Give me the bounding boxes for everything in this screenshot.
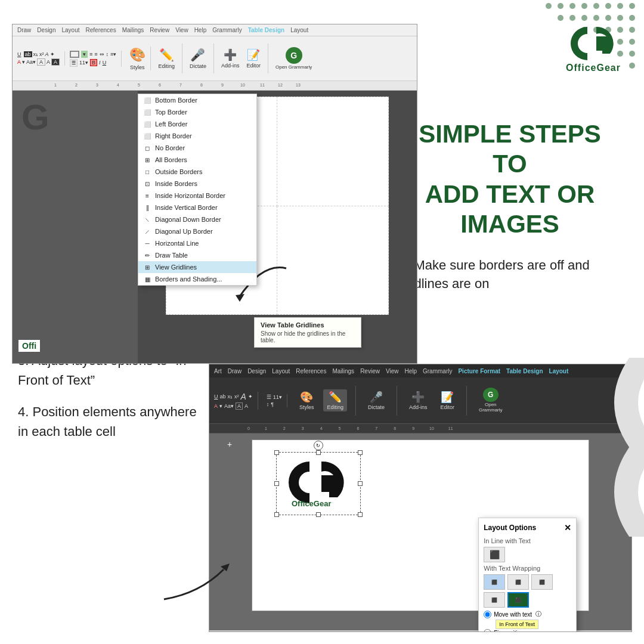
dropdown-bottom-border[interactable]: ⬜ Bottom Border (138, 94, 256, 106)
ruler-top: 1 2 3 4 5 6 7 8 9 10 11 12 13 (13, 81, 417, 91)
fix-position-row: Fix position on page (484, 629, 571, 632)
dark-tab-art[interactable]: Art (214, 368, 222, 374)
dropdown-left-border[interactable]: ⬜ Left Border (138, 118, 256, 130)
svg-point-4 (581, 3, 587, 9)
editing-button[interactable]: ✏️ Editing (158, 48, 175, 69)
dark-toolbar: U ab x₁ x² A ✦ A ▾ Aa▾ A A ☰ 11▾ ↕ (209, 377, 631, 424)
tab-table-design[interactable]: Table Design (248, 27, 285, 33)
open-grammarly-button[interactable]: G Open Grammarly (275, 47, 312, 70)
tab-layout[interactable]: Layout (61, 27, 79, 33)
dictate-button[interactable]: 🎤 Dictate (190, 48, 206, 69)
dark-tab-grammarly[interactable]: Grammarly (423, 368, 452, 374)
inside-borders-icon: ⊡ (143, 179, 151, 188)
diagonal-down-icon: ⟍ (143, 215, 151, 224)
dark-tab-mailings[interactable]: Mailings (332, 368, 354, 374)
dark-tab-picture-format[interactable]: Picture Format (458, 368, 500, 374)
tab-help[interactable]: Help (194, 27, 207, 33)
dark-tab-references[interactable]: References (296, 368, 326, 374)
wrapping-options-row-1: ⬛ ⬛ ⬛ (484, 574, 571, 590)
dropdown-inside-horizontal[interactable]: ≡ Inside Horizontal Border (138, 190, 256, 202)
main-title-area: SIMPLE STEPS TO ADD TEXT OR IMAGES (405, 119, 614, 240)
move-with-text-row: Move with text ⓘ (484, 610, 571, 618)
styles-button[interactable]: 🎨 Styles (129, 47, 151, 70)
dropdown-no-border[interactable]: ◻ No Border (138, 142, 256, 154)
svg-point-1 (617, 3, 623, 9)
dark-styles-button[interactable]: 🎨 Styles (296, 389, 318, 411)
logo-header: OfficeGear (561, 18, 626, 73)
svg-rect-28 (321, 484, 338, 492)
dark-dictate-button[interactable]: 🎤 Dictate (364, 389, 388, 411)
info-icon: ⓘ (535, 610, 541, 618)
dark-editing-button[interactable]: ✏️ Editing (323, 389, 347, 411)
borders-shading-icon: ▦ (143, 275, 151, 283)
view-gridlines-icon: ⊞ (143, 263, 151, 271)
editor-button[interactable]: 📝 Editor (246, 48, 261, 69)
dropdown-outside-borders[interactable]: □ Outside Borders (138, 166, 256, 178)
layout-panel-close[interactable]: ✕ (564, 523, 571, 532)
dark-tab-layout[interactable]: Layout (272, 368, 290, 374)
in-front-of-text-badge: In Front of Text (496, 620, 538, 629)
dark-tab-layout2[interactable]: Layout (549, 368, 569, 374)
tab-design[interactable]: Design (37, 27, 55, 33)
svg-point-25 (629, 63, 635, 69)
arrow-2 (152, 552, 236, 611)
borders-dropdown-menu: ⬜ Bottom Border ⬜ Top Border ⬜ Left Bord… (138, 94, 257, 286)
with-text-wrapping-label: With Text Wrapping (484, 565, 571, 572)
main-title: SIMPLE STEPS TO ADD TEXT OR IMAGES (405, 119, 614, 240)
selected-logo-container[interactable]: ↻ OfficeGear (276, 452, 361, 515)
wrap-opt-1[interactable]: ⬛ (484, 574, 505, 590)
dropdown-top-border[interactable]: ⬜ Top Border (138, 106, 256, 118)
tab-references[interactable]: References (86, 27, 116, 33)
dark-grammarly-icon: G (483, 388, 499, 402)
svg-point-3 (593, 3, 599, 9)
dark-tab-design[interactable]: Design (247, 368, 266, 374)
move-with-text-radio[interactable] (484, 611, 491, 618)
dropdown-all-borders[interactable]: ⊞ All Borders (138, 154, 256, 166)
dark-editor-button[interactable]: 📝 Editor (436, 389, 458, 411)
layout-options-panel: Layout Options ✕ In Line with Text ⬛ Wit… (478, 518, 577, 632)
dropdown-right-border[interactable]: ⬜ Right Border (138, 130, 256, 142)
svg-point-0 (629, 3, 635, 9)
addins-button[interactable]: ➕ Add-ins (221, 48, 240, 69)
dropdown-inside-vertical[interactable]: ‖ Inside Vertical Border (138, 202, 256, 213)
wrap-opt-2[interactable]: ⬛ (507, 574, 529, 590)
left-border-icon: ⬜ (143, 120, 151, 128)
dark-tab-help[interactable]: Help (404, 368, 417, 374)
dropdown-inside-borders[interactable]: ⊡ Inside Borders (138, 178, 256, 190)
svg-point-15 (629, 27, 635, 33)
dropdown-view-gridlines[interactable]: ⊞ View Gridlines (138, 261, 256, 273)
outside-borders-icon: □ (143, 168, 151, 176)
dark-tab-view[interactable]: View (386, 368, 399, 374)
wrap-opt-in-front[interactable]: ⬛ (507, 592, 529, 608)
fix-position-radio[interactable] (484, 629, 491, 632)
dark-addins-button[interactable]: ➕ Add-ins (405, 389, 431, 411)
tab-draw[interactable]: Draw (17, 27, 31, 33)
dark-tab-draw[interactable]: Draw (228, 368, 242, 374)
dark-grammarly-button[interactable]: G OpenGrammarly (475, 386, 506, 414)
inside-horizontal-icon: ≡ (143, 191, 151, 200)
dropdown-diagonal-up[interactable]: ⟋ Diagonal Up Border (138, 225, 256, 237)
dark-tab-review[interactable]: Review (360, 368, 380, 374)
svg-marker-27 (236, 294, 244, 302)
logo-in-doc: OfficeGear (280, 456, 357, 509)
step-4-text: 4. Position elements anywhere in each ta… (18, 402, 209, 441)
grammarly-icon: G (286, 47, 302, 64)
dropdown-borders-shading[interactable]: ▦ Borders and Shading... (138, 273, 256, 285)
no-border-icon: ◻ (143, 144, 151, 152)
tooltip-title: View Table Gridlines (261, 321, 355, 329)
dropdown-diagonal-down[interactable]: ⟍ Diagonal Down Border (138, 213, 256, 225)
svg-point-2 (605, 3, 611, 9)
svg-point-7 (546, 3, 552, 9)
inline-option-btn[interactable]: ⬛ (484, 547, 505, 562)
dropdown-draw-table[interactable]: ✏ Draw Table (138, 249, 256, 261)
tab-mailings[interactable]: Mailings (122, 27, 144, 33)
tab-view[interactable]: View (175, 27, 188, 33)
dropdown-horizontal-line[interactable]: ─ Horizontal Line (138, 237, 256, 249)
tab-layout2[interactable]: Layout (290, 27, 308, 33)
wrap-opt-3[interactable]: ⬛ (531, 574, 553, 590)
logo-container: OfficeGear (561, 18, 626, 73)
dark-tab-table-design[interactable]: Table Design (506, 368, 543, 374)
wrap-opt-4[interactable]: ⬛ (484, 592, 505, 608)
tab-grammarly[interactable]: Grammarly (212, 27, 242, 33)
tab-review[interactable]: Review (150, 27, 169, 33)
